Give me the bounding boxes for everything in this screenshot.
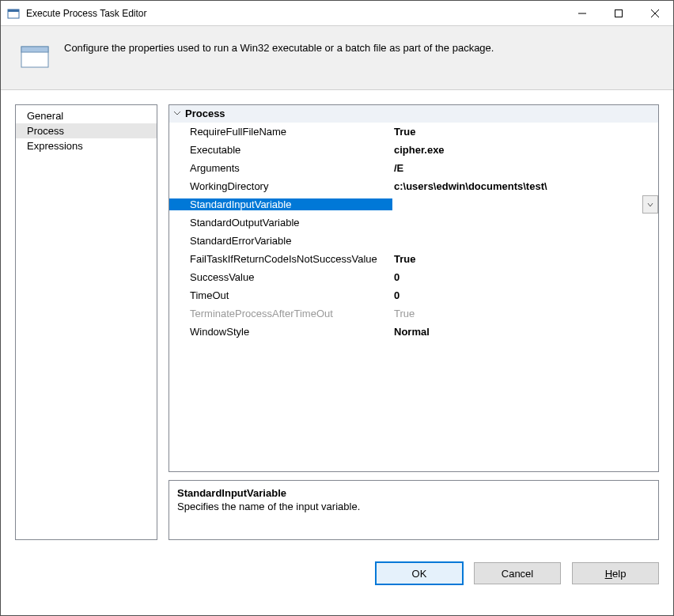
close-button[interactable] — [637, 1, 673, 25]
task-icon — [20, 40, 50, 70]
category-process[interactable]: Process — [16, 123, 157, 138]
help-title: StandardInputVariable — [177, 487, 650, 499]
right-panel: Process RequireFullFileName True Executa… — [168, 104, 659, 540]
prop-name: StandardOutputVariable — [169, 217, 392, 229]
prop-fail-task-if-return-code[interactable]: FailTaskIfReturnCodeIsNotSuccessValue Tr… — [169, 250, 658, 268]
prop-terminate-process-after-time-out: TerminateProcessAfterTimeOut True — [169, 304, 658, 323]
prop-time-out[interactable]: TimeOut 0 — [169, 286, 658, 304]
prop-value[interactable]: True — [392, 126, 658, 138]
prop-standard-input-variable[interactable]: StandardInputVariable — [169, 195, 658, 214]
prop-name: SuccessValue — [169, 271, 392, 283]
description-band: Configure the properties used to run a W… — [1, 26, 673, 90]
prop-value[interactable]: True — [392, 253, 658, 265]
prop-name: WorkingDirectory — [169, 180, 392, 192]
description-text: Configure the properties used to run a W… — [64, 40, 494, 54]
svg-rect-7 — [21, 47, 48, 52]
chevron-down-icon[interactable] — [169, 108, 185, 119]
prop-working-directory[interactable]: WorkingDirectory c:\users\edwin\document… — [169, 177, 658, 195]
property-grid-body: RequireFullFileName True Executable ciph… — [169, 123, 658, 471]
cancel-button[interactable]: Cancel — [474, 562, 561, 584]
prop-name: StandardInputVariable — [169, 198, 392, 210]
prop-name: Arguments — [169, 162, 392, 174]
dropdown-button[interactable] — [642, 195, 658, 214]
prop-name: FailTaskIfReturnCodeIsNotSuccessValue — [169, 253, 392, 265]
property-help-panel: StandardInputVariable Specifies the name… — [168, 480, 659, 540]
svg-rect-3 — [615, 9, 623, 17]
svg-rect-1 — [8, 9, 19, 12]
prop-value: True — [392, 308, 658, 319]
prop-value[interactable]: Normal — [392, 326, 658, 338]
property-group-label: Process — [185, 108, 225, 119]
prop-require-full-file-name[interactable]: RequireFullFileName True — [169, 123, 658, 141]
app-icon — [7, 7, 20, 20]
category-general[interactable]: General — [16, 108, 157, 123]
minimize-button[interactable] — [564, 1, 600, 25]
help-rest: elp — [612, 568, 626, 580]
prop-value[interactable]: 0 — [392, 271, 658, 283]
prop-value[interactable]: 0 — [392, 289, 658, 301]
prop-name: StandardErrorVariable — [169, 235, 392, 247]
category-expressions[interactable]: Expressions — [16, 138, 157, 153]
prop-value[interactable]: /E — [392, 162, 658, 174]
prop-executable[interactable]: Executable cipher.exe — [169, 141, 658, 159]
prop-success-value[interactable]: SuccessValue 0 — [169, 268, 658, 286]
prop-name: RequireFullFileName — [169, 126, 392, 138]
content-area: General Process Expressions Process Requ… — [1, 90, 673, 554]
prop-name: TerminateProcessAfterTimeOut — [169, 308, 392, 319]
category-list: General Process Expressions — [15, 104, 157, 540]
prop-name: Executable — [169, 144, 392, 156]
help-button[interactable]: Help — [572, 562, 659, 584]
property-group-header[interactable]: Process — [169, 105, 658, 123]
maximize-button[interactable] — [600, 1, 637, 25]
window-title: Execute Process Task Editor — [26, 8, 564, 19]
help-mnemonic: H — [605, 568, 612, 580]
help-body: Specifies the name of the input variable… — [177, 501, 650, 512]
prop-standard-error-variable[interactable]: StandardErrorVariable — [169, 232, 658, 250]
prop-arguments[interactable]: Arguments /E — [169, 159, 658, 177]
prop-standard-output-variable[interactable]: StandardOutputVariable — [169, 214, 658, 232]
prop-value[interactable]: c:\users\edwin\documents\test\ — [392, 180, 658, 192]
ok-button[interactable]: OK — [376, 562, 463, 584]
prop-value[interactable]: cipher.exe — [392, 144, 658, 156]
prop-name: TimeOut — [169, 289, 392, 301]
titlebar: Execute Process Task Editor — [1, 1, 673, 26]
prop-name: WindowStyle — [169, 326, 392, 338]
prop-window-style[interactable]: WindowStyle Normal — [169, 323, 658, 341]
property-grid: Process RequireFullFileName True Executa… — [168, 104, 659, 472]
window-controls — [564, 1, 673, 25]
button-bar: OK Cancel Help — [1, 554, 673, 603]
